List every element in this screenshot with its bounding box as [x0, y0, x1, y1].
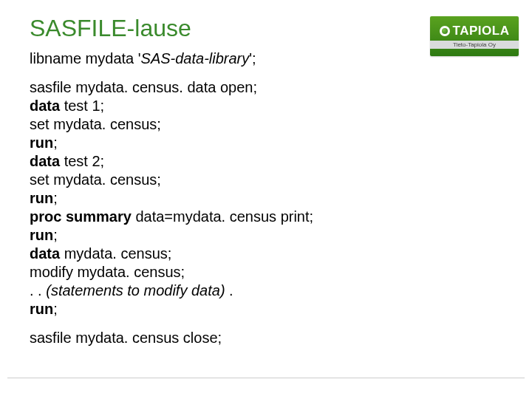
footer-divider: [7, 378, 525, 378]
libname-prefix: libname mydata ': [30, 50, 141, 66]
spacer: [30, 318, 502, 329]
code-line: . . (statements to modify data) .: [30, 282, 502, 300]
slide: TAPIOLA Tieto-Tapiola Oy SASFILE-lause l…: [0, 0, 532, 399]
kw-proc: proc summary: [30, 208, 132, 225]
spacer: [30, 68, 502, 78]
code-text: ;: [53, 190, 58, 206]
code-text: data=mydata. census print;: [132, 208, 313, 225]
libname-suffix: ';: [249, 50, 256, 66]
code-text: ;: [53, 134, 58, 151]
kw-run: run: [30, 227, 53, 243]
kw-data: data: [30, 153, 60, 169]
libname-lib: SAS-data-library: [141, 50, 250, 66]
code-text: .: [225, 282, 233, 299]
code-text: ;: [53, 301, 58, 317]
code-line: data test 1;: [30, 97, 502, 115]
code-line: run;: [30, 300, 502, 318]
code-text: mydata. census;: [60, 245, 171, 262]
kw-run: run: [30, 301, 53, 317]
code-line: run;: [30, 226, 502, 245]
code-line: set mydata. census;: [30, 171, 502, 189]
code-line: proc summary data=mydata. census print;: [30, 208, 502, 226]
slide-title: SASFILE-lause: [30, 15, 502, 42]
code-text: . .: [30, 282, 46, 299]
content-area: SASFILE-lause libname mydata 'SAS-data-l…: [30, 15, 502, 347]
code-line: set mydata. census;: [30, 115, 502, 134]
kw-data: data: [30, 245, 60, 262]
code-line: data test 2;: [30, 152, 502, 171]
code-comment: (statements to modify data): [46, 282, 225, 299]
code-line: modify mydata. census;: [30, 263, 502, 282]
libname-line: libname mydata 'SAS-data-library';: [30, 50, 502, 68]
kw-run: run: [30, 190, 53, 206]
code-text: test 1;: [60, 98, 104, 114]
kw-data: data: [30, 98, 60, 114]
code-line: run;: [30, 189, 502, 208]
code-line: sasfile mydata. census. data open;: [30, 78, 502, 97]
kw-run: run: [30, 134, 53, 151]
close-line: sasfile mydata. census close;: [30, 329, 502, 347]
code-text: test 2;: [60, 153, 104, 169]
code-line: data mydata. census;: [30, 245, 502, 263]
code-text: ;: [53, 227, 58, 243]
code-line: run;: [30, 134, 502, 152]
